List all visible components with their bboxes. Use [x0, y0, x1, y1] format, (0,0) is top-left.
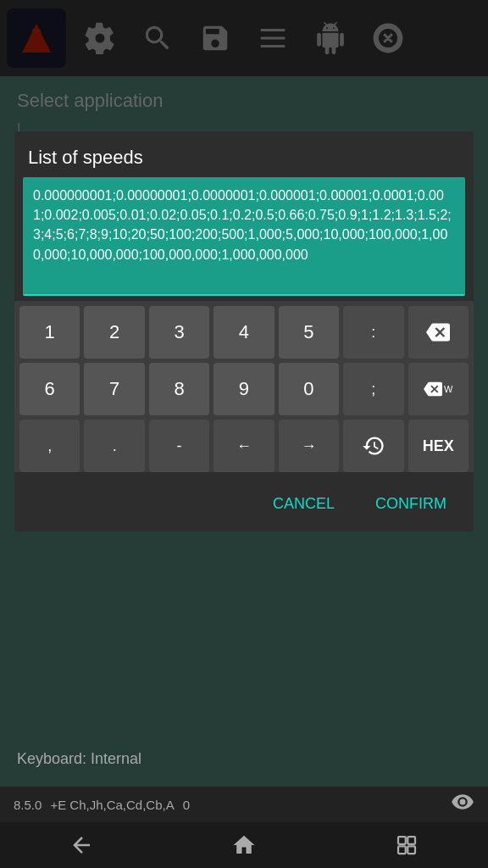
key-6[interactable]: 6 — [19, 363, 80, 415]
cancel-button[interactable]: CANCEL — [259, 487, 348, 521]
key-5[interactable]: 5 — [279, 306, 339, 359]
status-extra: +E Ch,Jh,Ca,Cd,Cb,A — [50, 798, 174, 812]
keyboard-label: Keyboard: Internal — [0, 743, 488, 775]
key-row-3: , . - ← → HEX — [19, 420, 469, 472]
keyboard: 1 2 3 4 5 : 6 7 8 9 0 ; W — [14, 301, 474, 472]
nav-bar — [0, 822, 488, 868]
key-4[interactable]: 4 — [214, 306, 274, 359]
key-0[interactable]: 0 — [279, 363, 339, 415]
key-8[interactable]: 8 — [149, 363, 209, 415]
key-comma[interactable]: , — [19, 420, 80, 472]
status-row: 8.5.0 +E Ch,Jh,Ca,Cd,Cb,A 0 — [0, 787, 488, 822]
modal-overlay: List of speeds 0.000000001;0.00000001;0.… — [0, 0, 488, 868]
recents-button[interactable] — [381, 828, 432, 862]
dialog-title: List of speeds — [14, 131, 474, 177]
svg-rect-3 — [398, 837, 406, 844]
svg-rect-4 — [408, 837, 415, 844]
key-dot[interactable]: . — [84, 420, 144, 472]
eye-icon[interactable] — [451, 790, 474, 819]
status-version: 8.5.0 — [14, 798, 42, 812]
key-backspace[interactable] — [408, 306, 469, 359]
dialog-textarea[interactable]: 0.000000001;0.00000001;0.0000001;0.00000… — [23, 177, 465, 296]
key-2[interactable]: 2 — [84, 306, 144, 359]
key-left-arrow[interactable]: ← — [214, 420, 274, 472]
status-zero: 0 — [183, 798, 190, 812]
key-7[interactable]: 7 — [84, 363, 144, 415]
key-1[interactable]: 1 — [19, 306, 80, 359]
key-backspace-word[interactable]: W — [408, 363, 469, 415]
key-hex[interactable]: HEX — [408, 420, 469, 472]
key-9[interactable]: 9 — [214, 363, 274, 415]
key-colon[interactable]: : — [343, 306, 403, 359]
key-row-2: 6 7 8 9 0 ; W — [19, 363, 469, 415]
key-3[interactable]: 3 — [149, 306, 209, 359]
confirm-button[interactable]: CONFIRM — [362, 487, 460, 521]
dialog-buttons: CANCEL CONFIRM — [14, 476, 474, 531]
key-right-arrow[interactable]: → — [279, 420, 339, 472]
home-button[interactable] — [219, 828, 269, 862]
key-row-1: 1 2 3 4 5 : — [19, 306, 469, 359]
svg-rect-5 — [398, 846, 406, 854]
dialog: List of speeds 0.000000001;0.00000001;0.… — [14, 131, 474, 531]
key-minus[interactable]: - — [149, 420, 209, 472]
svg-rect-6 — [408, 846, 415, 854]
back-button[interactable] — [56, 828, 107, 862]
key-semicolon[interactable]: ; — [343, 363, 403, 415]
key-history[interactable] — [343, 420, 403, 472]
